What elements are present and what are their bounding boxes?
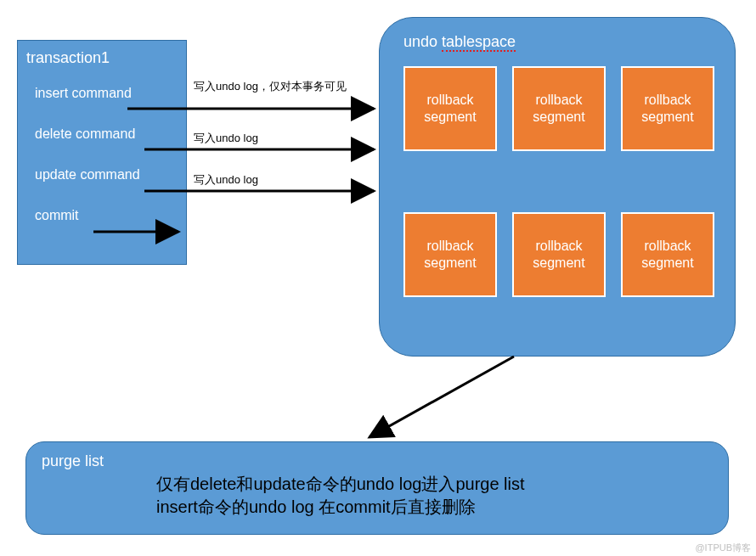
undo-title-word: tablespace bbox=[442, 33, 516, 52]
purge-line-1: 仅有delete和update命令的undo log进入purge list bbox=[156, 473, 728, 496]
transaction-title: transaction1 bbox=[26, 49, 186, 67]
watermark: @ITPUB博客 bbox=[695, 542, 751, 554]
delete-command-label: delete command bbox=[35, 126, 186, 142]
transaction-box: transaction1 insert command delete comma… bbox=[17, 40, 187, 265]
arrow-label-update: 写入undo log bbox=[194, 173, 258, 187]
insert-command-label: insert command bbox=[35, 86, 186, 101]
arrow-undo-to-purge bbox=[370, 357, 514, 437]
purge-line-2: insert命令的undo log 在commit后直接删除 bbox=[156, 496, 728, 519]
arrow-label-delete: 写入undo log bbox=[194, 132, 258, 145]
rollback-segment: rollbacksegment bbox=[512, 212, 606, 297]
rollback-segment: rollbacksegment bbox=[621, 212, 714, 297]
undo-tablespace-box: undo tablespace rollbacksegment rollback… bbox=[379, 17, 736, 357]
commit-command-label: commit bbox=[35, 208, 186, 223]
arrow-label-insert: 写入undo log，仅对本事务可见 bbox=[194, 80, 355, 93]
rollback-segment: rollbacksegment bbox=[512, 66, 606, 151]
undo-tablespace-title: undo tablespace bbox=[403, 33, 735, 51]
purge-list-title: purge list bbox=[42, 452, 728, 470]
rollback-segment: rollbacksegment bbox=[403, 66, 497, 151]
segment-row-gap bbox=[403, 166, 726, 197]
undo-title-prefix: undo bbox=[403, 33, 442, 50]
rollback-segment-grid: rollbacksegment rollbacksegment rollback… bbox=[403, 66, 726, 297]
purge-list-box: purge list 仅有delete和update命令的undo log进入p… bbox=[25, 441, 729, 535]
rollback-segment: rollbacksegment bbox=[403, 212, 497, 297]
update-command-label: update command bbox=[35, 167, 186, 183]
purge-list-body: 仅有delete和update命令的undo log进入purge list i… bbox=[156, 473, 728, 519]
rollback-segment: rollbacksegment bbox=[621, 66, 714, 151]
